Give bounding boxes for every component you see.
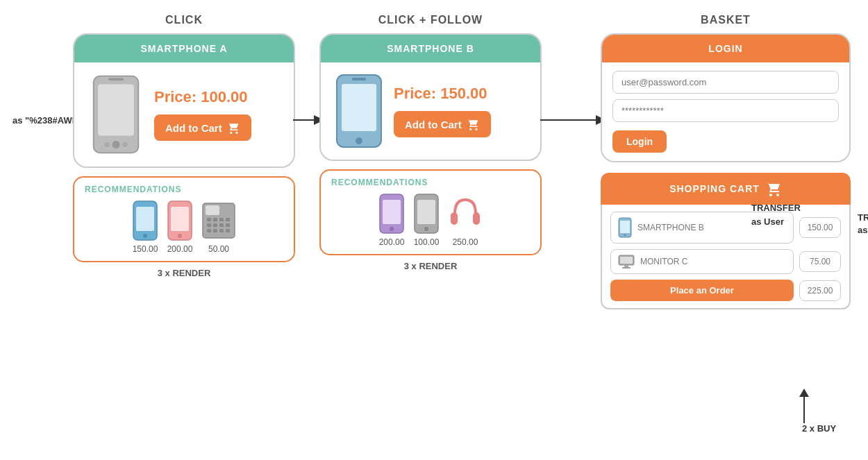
cart-icon-2 xyxy=(466,118,480,130)
monitor-icon xyxy=(618,255,635,269)
follow-header: CLICK + FOLLOW xyxy=(319,14,542,26)
cart-phone-icon-1 xyxy=(618,217,632,238)
place-order-button[interactable]: Place an Order xyxy=(610,280,794,301)
follow-price: Price: 150.00 xyxy=(394,85,491,103)
reco-item-2: 200.00 xyxy=(167,200,193,254)
click-recommendations: RECOMMENDATIONS 150.00 xyxy=(73,176,295,262)
svg-rect-20 xyxy=(219,223,224,227)
svg-point-30 xyxy=(356,137,362,144)
svg-rect-15 xyxy=(213,218,217,221)
headphones-icon xyxy=(448,193,483,235)
buy-label: 2 x BUY xyxy=(802,423,836,434)
email-field[interactable] xyxy=(612,71,839,94)
svg-point-34 xyxy=(390,227,394,231)
reco-price-3: 50.00 xyxy=(208,244,229,254)
follow-product-name: SMARTPHONE B xyxy=(321,35,540,62)
reco-price-2: 200.00 xyxy=(167,244,193,254)
follow-reco-price-2: 100.00 xyxy=(414,237,440,247)
follow-reco-item-3: 250.00 xyxy=(448,193,483,247)
svg-rect-5 xyxy=(108,78,124,80)
diagram: as "%238#AWE" CLICK SMARTPHONE A xyxy=(0,0,868,460)
svg-rect-16 xyxy=(219,218,224,221)
follow-recommendations: RECOMMENDATIONS 200.00 xyxy=(319,169,542,255)
gray-phone-icon xyxy=(88,73,144,156)
svg-point-4 xyxy=(122,142,127,147)
follow-reco-title: RECOMMENDATIONS xyxy=(331,178,530,187)
reco-price-1: 150.00 xyxy=(133,244,158,254)
follow-reco-item-1: 200.00 xyxy=(378,193,405,247)
svg-rect-10 xyxy=(171,207,189,231)
svg-rect-29 xyxy=(342,84,376,131)
click-reco-title: RECOMMENDATIONS xyxy=(85,185,283,194)
cart-item-price-2: 75.00 xyxy=(799,251,841,272)
svg-point-37 xyxy=(424,227,428,231)
svg-rect-7 xyxy=(136,207,154,231)
cart-title: SHOPPING CART xyxy=(601,173,851,205)
svg-point-46 xyxy=(624,235,626,237)
follow-reco-item-2: 100.00 xyxy=(413,193,440,247)
svg-rect-23 xyxy=(213,229,217,232)
svg-rect-14 xyxy=(207,218,211,221)
svg-point-2 xyxy=(112,141,119,148)
svg-rect-13 xyxy=(206,205,219,215)
login-title: LOGIN xyxy=(602,35,849,62)
transfer-label: TRANSFER as User xyxy=(858,212,868,237)
arrow-buy-up xyxy=(797,389,811,423)
svg-rect-39 xyxy=(473,212,480,225)
svg-rect-22 xyxy=(207,229,211,232)
arrow-follow-to-basket xyxy=(540,110,606,130)
svg-point-11 xyxy=(178,234,182,238)
svg-point-8 xyxy=(143,234,147,238)
svg-rect-48 xyxy=(620,257,633,264)
basket-column: BASKET LOGIN Login TRANSFER as User SHOP… xyxy=(601,14,851,309)
click-product-name: SMARTPHONE A xyxy=(74,35,294,62)
shopping-cart-section: SHOPPING CART SMARTPHONE B xyxy=(601,173,851,309)
office-phone-icon xyxy=(201,200,236,241)
svg-rect-38 xyxy=(451,212,458,225)
svg-rect-36 xyxy=(417,200,435,224)
follow-column: CLICK + FOLLOW SMARTPHONE B Price: 150.0… xyxy=(319,14,542,271)
blue-smartphone-icon xyxy=(335,73,383,149)
svg-rect-33 xyxy=(383,200,401,224)
cart-total-price: 225.00 xyxy=(799,280,841,301)
follow-render-label: 3 x RENDER xyxy=(319,261,542,271)
follow-reco-price-3: 250.00 xyxy=(453,237,478,247)
password-field[interactable] xyxy=(612,99,839,122)
follow-add-to-cart-button[interactable]: Add to Cart xyxy=(394,111,491,137)
svg-rect-49 xyxy=(624,265,628,267)
svg-rect-18 xyxy=(207,223,211,227)
svg-rect-50 xyxy=(622,267,631,269)
login-button[interactable]: Login xyxy=(612,130,667,153)
svg-rect-31 xyxy=(352,78,366,80)
click-render-label: 3 x RENDER xyxy=(73,268,295,278)
click-add-to-cart-button[interactable]: Add to Cart xyxy=(154,114,251,141)
cart-item-price-1: 150.00 xyxy=(799,217,841,238)
click-header: CLICK xyxy=(73,14,295,26)
follow-product-card: SMARTPHONE B Price: 150.00 Add to Cart xyxy=(319,33,542,161)
pink-phone-icon xyxy=(167,200,193,241)
basket-header: BASKET xyxy=(601,14,851,26)
click-column: CLICK SMARTPHONE A Price: 100.00 Add xyxy=(73,14,295,278)
reco-item-1: 150.00 xyxy=(132,200,158,254)
svg-rect-1 xyxy=(98,85,134,136)
svg-rect-21 xyxy=(226,223,230,227)
svg-rect-25 xyxy=(226,229,230,232)
cart-icon-header xyxy=(765,181,782,196)
cart-item-2: MONITOR C xyxy=(610,249,794,274)
blue-phone-icon xyxy=(132,200,158,241)
cart-icon xyxy=(226,121,240,134)
transfer-as-user-label: TRANSFERas User xyxy=(751,201,801,228)
svg-rect-17 xyxy=(226,218,230,221)
svg-marker-52 xyxy=(799,389,809,397)
purple-phone-icon xyxy=(378,193,405,235)
click-price: Price: 100.00 xyxy=(154,88,251,106)
svg-point-3 xyxy=(104,142,109,147)
follow-reco-price-1: 200.00 xyxy=(379,237,405,247)
cart-item-row-1: SMARTPHONE B 150.00 xyxy=(610,212,841,244)
svg-rect-19 xyxy=(213,223,217,227)
reco-item-3: 50.00 xyxy=(201,200,236,254)
click-product-card: SMARTPHONE A Price: 100.00 Add to Cart xyxy=(73,33,295,168)
svg-rect-45 xyxy=(620,221,630,233)
cart-order-row: Place an Order 225.00 xyxy=(610,280,841,301)
gray-phone-small-icon xyxy=(413,193,440,235)
